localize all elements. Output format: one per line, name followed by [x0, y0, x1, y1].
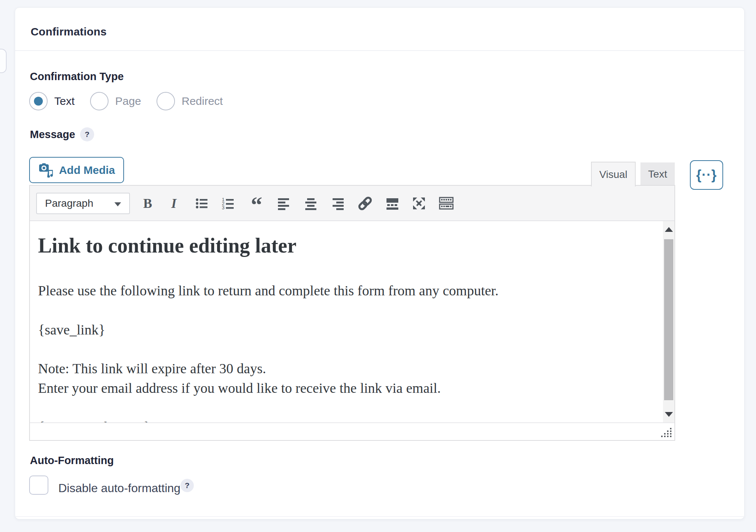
fullscreen-icon — [412, 196, 426, 211]
blockquote-button[interactable]: “ — [246, 195, 267, 212]
scroll-up-arrow[interactable] — [663, 221, 674, 237]
radio-label-redirect: Redirect — [182, 95, 223, 107]
disable-auto-formatting-label: Disable auto-formatting — [58, 481, 181, 495]
radio-option-redirect[interactable]: Redirect — [157, 92, 223, 110]
confirmations-card: Confirmations Confirmation Type Text Pag… — [15, 7, 745, 519]
editor-toolbar: Paragraph B I — [30, 186, 674, 221]
radio-button-redirect[interactable] — [157, 92, 175, 110]
fullscreen-button[interactable] — [409, 195, 429, 212]
bold-icon: B — [140, 196, 155, 211]
svg-text:“: “ — [251, 195, 262, 212]
bulleted-list-button[interactable] — [191, 195, 212, 212]
radio-option-text[interactable]: Text — [29, 92, 75, 110]
align-center-icon — [303, 196, 318, 211]
align-left-icon — [276, 196, 291, 211]
add-media-icon — [38, 163, 54, 178]
italic-icon: I — [166, 196, 181, 211]
message-label: Message — [30, 128, 75, 141]
keyboard-shortcuts-button[interactable] — [436, 195, 457, 212]
confirmation-type-label: Confirmation Type — [30, 71, 124, 83]
numbered-list-button[interactable]: 1 2 3 — [217, 195, 238, 212]
align-right-button[interactable] — [327, 195, 348, 212]
keyboard-icon — [439, 196, 454, 211]
align-left-button[interactable] — [274, 195, 294, 212]
insert-link-button[interactable] — [355, 195, 375, 212]
svg-text:I: I — [171, 196, 177, 211]
editor-heading: Link to continue editing later — [38, 234, 648, 257]
paragraph-dropdown[interactable]: Paragraph — [36, 193, 130, 214]
disable-auto-formatting-checkbox[interactable] — [29, 476, 48, 495]
radio-label-text: Text — [54, 95, 75, 107]
auto-formatting-label: Auto-Formatting — [30, 454, 114, 467]
numbered-list-icon: 1 2 3 — [220, 196, 235, 211]
editor-paragraph: Please use the following link to return … — [38, 281, 648, 301]
add-media-button[interactable]: Add Media — [29, 157, 124, 183]
svg-text:3: 3 — [222, 205, 224, 210]
editor-paragraph-note: Note: This link will expire after 30 day… — [38, 359, 648, 398]
merge-tag-button[interactable]: {··} — [690, 160, 723, 190]
bold-button[interactable]: B — [137, 195, 158, 212]
header-divider — [15, 50, 744, 51]
align-right-icon — [330, 196, 345, 211]
page-title: Confirmations — [31, 25, 107, 38]
radio-label-page: Page — [115, 95, 141, 107]
footer-divider — [15, 516, 744, 517]
left-panel-edge — [0, 49, 7, 73]
resize-grip[interactable] — [661, 427, 672, 438]
blockquote-icon: “ — [248, 195, 265, 212]
editor-scrollbar[interactable] — [663, 221, 674, 422]
editor-paragraph-save-email: {save_email_input} — [38, 417, 648, 422]
align-center-button[interactable] — [300, 195, 321, 212]
editor-content-area[interactable]: Link to continue editing later Please us… — [30, 221, 663, 422]
tab-text[interactable]: Text — [640, 162, 675, 186]
read-more-button[interactable] — [382, 195, 403, 212]
bulleted-list-icon — [194, 196, 209, 211]
italic-button[interactable]: I — [164, 195, 184, 212]
editor-paragraph-save-link: {save_link} — [38, 320, 648, 340]
svg-text:B: B — [143, 196, 152, 211]
radio-button-page[interactable] — [90, 92, 109, 110]
add-media-label: Add Media — [59, 164, 115, 176]
radio-option-page[interactable]: Page — [90, 92, 141, 110]
auto-formatting-help-icon[interactable]: ? — [181, 479, 194, 492]
read-more-icon — [385, 196, 400, 211]
message-editor: Paragraph B I — [29, 185, 675, 441]
editor-status-bar — [30, 422, 674, 440]
scroll-down-arrow[interactable] — [663, 406, 674, 422]
message-help-icon[interactable]: ? — [80, 127, 94, 141]
radio-button-text[interactable] — [29, 92, 48, 110]
scrollbar-thumb[interactable] — [664, 239, 673, 400]
paragraph-dropdown-value: Paragraph — [45, 198, 93, 209]
chevron-down-icon — [114, 202, 121, 206]
resize-grip-icon — [661, 427, 672, 438]
link-icon — [357, 195, 373, 212]
tab-visual[interactable]: Visual — [591, 162, 636, 186]
